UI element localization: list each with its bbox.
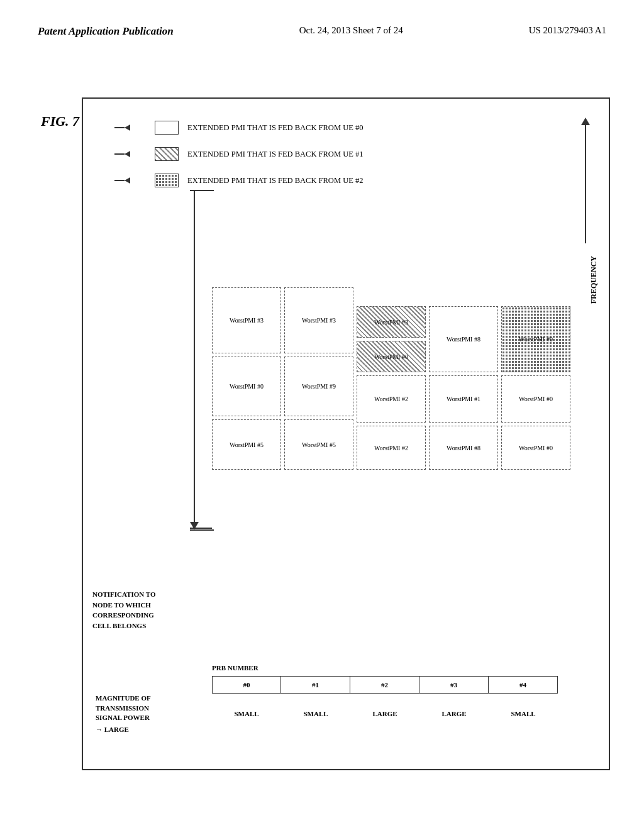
legend-text-1: EXTENDED PMI THAT IS FED BACK FROM UE #1: [187, 150, 363, 159]
publication-title: Patent Application Publication: [38, 25, 174, 38]
cell-r1c4: WorstPMI #0: [501, 375, 570, 423]
cell-r2c0: WorstPMI #5: [212, 419, 281, 470]
cell-r2s0c2-hatched: WorstPMI #3: [357, 306, 426, 338]
wpmi-grid-container: WorstPMI #5 WorstPMI #0 WorstPMI #3 Wors…: [212, 193, 580, 533]
prb-number-row: PRB NUMBER: [212, 664, 580, 672]
size-label-3: LARGE: [419, 710, 489, 717]
size-label-0: SMALL: [212, 710, 281, 717]
cell-r0c0: WorstPMI #3: [212, 287, 281, 353]
legend: EXTENDED PMI THAT IS FED BACK FROM UE #0…: [114, 121, 363, 187]
figure-label: FIG. 7: [41, 113, 79, 130]
publication-number: US 2013/279403 A1: [529, 25, 606, 36]
size-label-2: LARGE: [350, 710, 419, 717]
magnitude-arrow-text: → LARGE: [96, 725, 129, 734]
publication-date-sheet: Oct. 24, 2013 Sheet 7 of 24: [299, 25, 403, 36]
prb-label: PRB NUMBER: [212, 664, 258, 672]
legend-box-dotted: [155, 174, 179, 187]
notification-label: NOTIFICATION TO NODE TO WHICH CORRESPOND…: [92, 589, 156, 631]
legend-text-0: EXTENDED PMI THAT IS FED BACK FROM UE #0: [187, 123, 363, 133]
cell-r0c2: WorstPMI #2: [357, 426, 426, 470]
magnitude-label: MAGNITUDE OF TRANSMISSION SIGNAL POWER →…: [96, 694, 151, 734]
cell-r0c1: WorstPMI #3: [284, 287, 353, 353]
h-line-bottom: [190, 528, 212, 529]
cell-r2s1c2-hatched: WorstPMI #0: [357, 341, 426, 372]
cell-r2c1: WorstPMI #5: [284, 419, 353, 470]
cell-r1c0: WorstPMI #0: [212, 357, 281, 416]
cell-r0c4: WorstPMI #0: [501, 426, 570, 470]
legend-box-hatched: [155, 147, 179, 161]
prb-cell-0: #0: [212, 676, 281, 694]
connector-top: [190, 190, 214, 191]
legend-item-0: EXTENDED PMI THAT IS FED BACK FROM UE #0: [114, 121, 363, 135]
frequency-arrow: [581, 118, 590, 243]
cell-r1c2: WorstPMI #2: [357, 375, 426, 423]
page-header: Patent Application Publication Oct. 24, …: [38, 25, 606, 38]
notification-arrow: [190, 190, 199, 529]
prb-cell-3: #3: [419, 676, 489, 694]
prb-cell-1: #1: [281, 676, 350, 694]
prb-cell-4: #4: [489, 676, 558, 694]
legend-item-1: EXTENDED PMI THAT IS FED BACK FROM UE #1: [114, 147, 363, 161]
magnitude-arrow-row: → LARGE: [96, 725, 151, 734]
legend-text-2: EXTENDED PMI THAT IS FED BACK FROM UE #2: [187, 176, 363, 185]
size-label-1: SMALL: [281, 710, 350, 717]
page: Patent Application Publication Oct. 24, …: [0, 0, 644, 830]
diagram-container: EXTENDED PMI THAT IS FED BACK FROM UE #0…: [82, 97, 610, 770]
cell-r0c3-top: WorstPMI #8: [429, 426, 498, 470]
size-labels-row: SMALL SMALL LARGE LARGE SMALL: [212, 710, 580, 717]
legend-box-plain: [155, 121, 179, 135]
cell-r2c3: WorstPMI #8: [429, 306, 498, 372]
prb-cells-row: #0 #1 #2 #3 #4: [212, 676, 580, 694]
size-label-4: SMALL: [489, 710, 558, 717]
cell-r1c3: WorstPMI #1: [429, 375, 498, 423]
connector-bottom: [190, 529, 214, 531]
prb-cell-2: #2: [350, 676, 419, 694]
frequency-label: FREQUENCY: [589, 256, 599, 304]
cell-r2c4-dotted: WorstPMI #0: [501, 306, 570, 372]
legend-item-2: EXTENDED PMI THAT IS FED BACK FROM UE #2: [114, 174, 363, 187]
cell-r1c1: WorstPMI #9: [284, 357, 353, 416]
